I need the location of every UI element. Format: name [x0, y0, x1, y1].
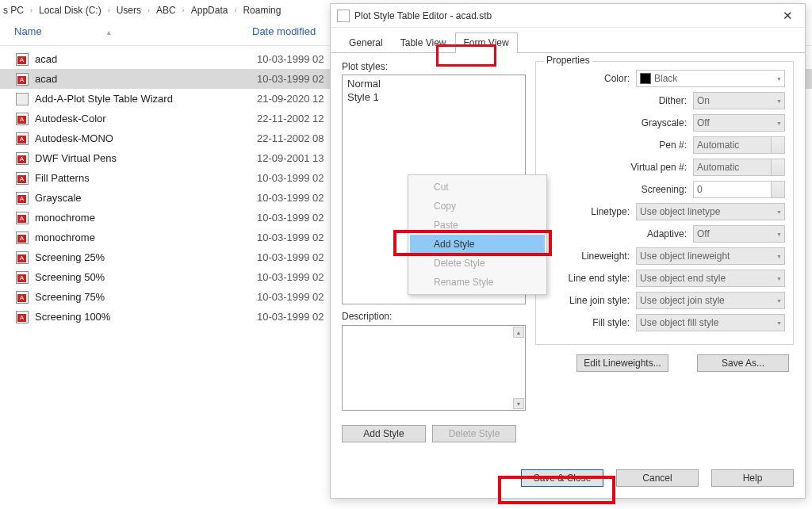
- scroll-down-icon[interactable]: ▼: [513, 398, 524, 409]
- dither-label: Dither:: [659, 95, 687, 106]
- stb-file-icon: [16, 291, 29, 304]
- color-select[interactable]: Black▼: [636, 70, 785, 87]
- file-name: monochrome: [35, 212, 257, 224]
- adaptive-label: Adaptive:: [647, 228, 687, 239]
- chevron-down-icon: ▼: [776, 320, 782, 326]
- help-button[interactable]: Help: [711, 469, 794, 487]
- description-label: Description:: [342, 311, 526, 322]
- breadcrumb-item[interactable]: AppData: [191, 5, 228, 16]
- context-menu: Cut Copy Paste Add Style Delete Style Re…: [408, 174, 547, 295]
- file-name: Screening 25%: [35, 251, 257, 263]
- vpen-input[interactable]: Automatic: [693, 159, 785, 176]
- file-name: Autodesk-Color: [35, 113, 257, 124]
- grayscale-label: Grayscale:: [642, 117, 687, 128]
- breadcrumb-item[interactable]: Roaming: [243, 5, 281, 16]
- ctx-delete-style: Delete Style: [410, 254, 545, 273]
- lineweight-label: Lineweight:: [581, 251, 630, 262]
- stb-file-icon: [16, 212, 29, 224]
- col-name[interactable]: Name▲: [14, 25, 252, 37]
- titlebar[interactable]: Plot Style Table Editor - acad.stb ✕: [331, 4, 805, 28]
- file-name: Add-A-Plot Style Table Wizard: [35, 93, 257, 105]
- chevron-down-icon: ▼: [776, 98, 782, 104]
- cancel-button[interactable]: Cancel: [616, 469, 699, 487]
- stb-file-icon: [16, 53, 29, 66]
- file-name: Fill Patterns: [35, 172, 257, 184]
- linejoin-select[interactable]: Use object join style▼: [636, 292, 785, 309]
- lineend-select[interactable]: Use object end style▼: [636, 270, 785, 287]
- lineend-label: Line end style:: [569, 273, 630, 284]
- file-name: Grayscale: [35, 192, 257, 204]
- color-label: Color:: [604, 73, 630, 84]
- chevron-down-icon: ▼: [776, 209, 782, 215]
- stb-file-icon: [16, 192, 29, 205]
- add-style-button[interactable]: Add Style: [342, 425, 426, 442]
- properties-group: Properties Color: Black▼ Dither: On▼ Gra…: [535, 61, 794, 345]
- save-as-button[interactable]: Save As...: [697, 354, 789, 372]
- file-name: monochrome: [35, 232, 257, 243]
- properties-legend: Properties: [544, 55, 592, 66]
- list-item[interactable]: Normal: [346, 77, 522, 90]
- save-close-button[interactable]: Save & Close: [521, 469, 603, 487]
- delete-style-button: Delete Style: [432, 425, 516, 442]
- ctx-copy: Copy: [410, 197, 545, 216]
- color-swatch: [640, 73, 651, 84]
- close-button[interactable]: ✕: [773, 5, 802, 27]
- file-name: Screening 50%: [35, 271, 257, 283]
- file-name: DWF Virtual Pens: [35, 152, 257, 164]
- pen-label: Pen #:: [659, 140, 687, 151]
- stb-file-icon: [16, 271, 29, 284]
- stb-file-icon: [16, 152, 29, 165]
- list-item[interactable]: Style 1: [346, 90, 522, 104]
- edit-lineweights-button[interactable]: Edit Lineweights...: [576, 354, 668, 372]
- ctx-rename-style: Rename Style: [410, 273, 545, 292]
- screening-input[interactable]: 0: [693, 181, 785, 198]
- sort-asc-icon: ▲: [105, 29, 113, 36]
- chevron-down-icon: ▼: [776, 76, 782, 82]
- app-icon: [337, 10, 350, 22]
- file-name: Autodesk-MONO: [35, 132, 257, 144]
- linetype-label: Linetype:: [591, 206, 630, 217]
- scroll-up-icon[interactable]: ▲: [513, 327, 524, 338]
- dialog-title: Plot Style Table Editor - acad.stb: [354, 10, 773, 21]
- grayscale-select[interactable]: Off▼: [693, 114, 785, 132]
- chevron-down-icon: ▼: [776, 298, 782, 304]
- stb-file-icon: [16, 113, 29, 125]
- adaptive-select[interactable]: Off▼: [693, 225, 785, 243]
- dither-select[interactable]: On▼: [693, 92, 785, 109]
- description-box[interactable]: ▲ ▼: [342, 325, 526, 411]
- file-name: Screening 100%: [35, 311, 257, 323]
- chevron-down-icon: ▼: [776, 121, 782, 126]
- pen-input[interactable]: Automatic: [693, 136, 785, 154]
- fill-label: Fill style:: [592, 317, 630, 328]
- plot-style-editor-dialog: Plot Style Table Editor - acad.stb ✕ Gen…: [330, 3, 806, 499]
- wizard-icon: [16, 93, 29, 105]
- breadcrumb-item[interactable]: ABC: [156, 5, 176, 16]
- ctx-add-style[interactable]: Add Style: [410, 235, 545, 254]
- stb-file-icon: [16, 73, 29, 86]
- stb-file-icon: [16, 232, 29, 244]
- linetype-select[interactable]: Use object linetype▼: [636, 203, 785, 220]
- file-name: Screening 75%: [35, 291, 257, 303]
- tab-strip: General Table View Form View: [331, 28, 805, 53]
- tab-general[interactable]: General: [340, 33, 392, 52]
- vpen-label: Virtual pen #:: [631, 162, 688, 173]
- lineweight-select[interactable]: Use object lineweight▼: [636, 247, 785, 265]
- fill-select[interactable]: Use object fill style▼: [636, 314, 785, 331]
- stb-file-icon: [16, 311, 29, 323]
- breadcrumb-item[interactable]: s PC: [3, 5, 24, 16]
- chevron-down-icon: ▼: [776, 276, 782, 281]
- chevron-down-icon: ▼: [776, 254, 782, 259]
- stb-file-icon: [16, 172, 29, 185]
- stb-file-icon: [16, 132, 29, 145]
- tab-tableview[interactable]: Table View: [392, 33, 455, 52]
- tab-formview[interactable]: Form View: [455, 33, 518, 53]
- linejoin-label: Line join style:: [569, 295, 630, 306]
- breadcrumb-item[interactable]: Users: [117, 5, 141, 16]
- plot-styles-label: Plot styles:: [342, 61, 526, 72]
- file-name: acad: [35, 53, 257, 65]
- breadcrumb-item[interactable]: Local Disk (C:): [39, 5, 102, 16]
- stb-file-icon: [16, 251, 29, 264]
- file-name: acad: [35, 73, 257, 85]
- screening-label: Screening:: [642, 184, 687, 195]
- chevron-down-icon: ▼: [776, 232, 782, 237]
